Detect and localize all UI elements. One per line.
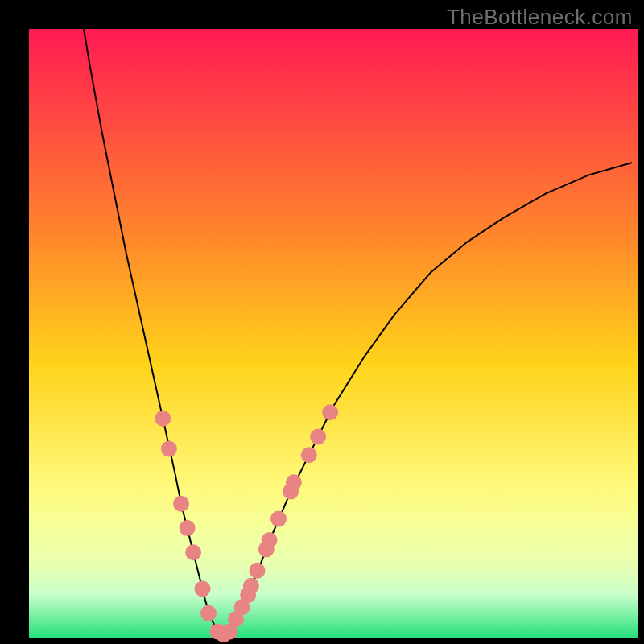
marker-dot [155,411,171,427]
marker-dot [250,563,266,579]
marker-dot [200,605,217,621]
marker-dot [180,520,196,536]
chart-svg [0,0,644,644]
chart-frame: TheBottleneck.com [0,0,644,644]
marker-dot [173,496,189,512]
marker-dot [161,441,177,457]
marker-dot [310,429,326,445]
marker-dot [301,447,317,463]
marker-dot [195,581,211,597]
marker-dot [286,474,302,490]
plot-background [29,29,638,638]
marker-dot [243,578,259,594]
marker-dot [270,511,287,527]
marker-dot [262,532,278,548]
marker-dot [185,544,201,560]
marker-dot [322,404,338,420]
